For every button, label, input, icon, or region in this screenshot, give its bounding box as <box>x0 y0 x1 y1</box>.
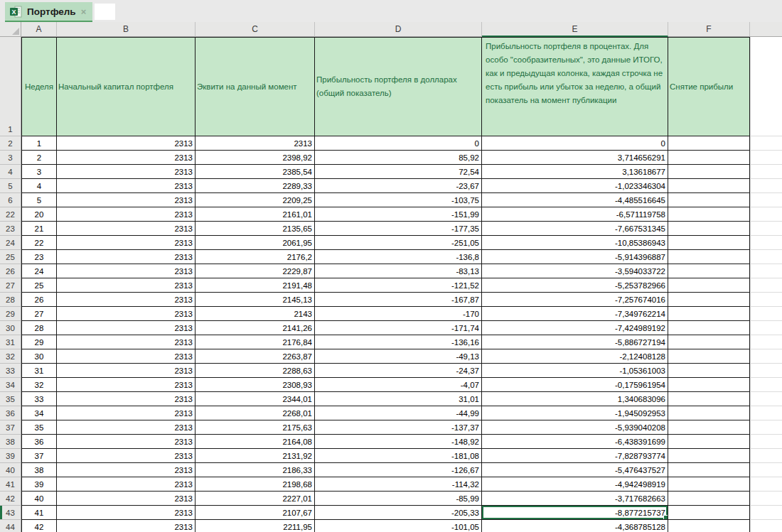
row-number[interactable]: 43 <box>0 506 21 520</box>
empty-cell-g[interactable] <box>750 449 782 463</box>
cell-b[interactable]: 2313 <box>57 250 196 264</box>
select-all-corner[interactable] <box>0 22 21 37</box>
cell-d[interactable]: -251,05 <box>315 236 482 250</box>
cell-a[interactable]: 3 <box>21 165 57 179</box>
cell-e[interactable]: -8,877215737 <box>482 506 668 520</box>
cell-e[interactable]: 0 <box>482 136 668 151</box>
cell-b[interactable]: 2313 <box>57 449 196 463</box>
row-number[interactable]: 22 <box>0 207 21 222</box>
cell-d[interactable]: -170 <box>315 307 482 321</box>
cell-f[interactable] <box>668 406 750 420</box>
row-number[interactable]: 34 <box>0 378 21 392</box>
cell-a[interactable]: 27 <box>21 307 57 321</box>
cell-e[interactable]: -4,485516645 <box>482 193 668 207</box>
cell-b[interactable]: 2313 <box>57 151 196 165</box>
cell-c[interactable]: 2186,33 <box>196 463 315 477</box>
cell-a[interactable]: 20 <box>21 207 57 222</box>
cell-d[interactable]: -137,37 <box>315 420 482 435</box>
cell-c[interactable]: 2161,01 <box>196 207 315 222</box>
empty-cell-g[interactable] <box>750 420 782 435</box>
cell-b[interactable]: 2313 <box>57 520 196 532</box>
cell-b[interactable]: 2313 <box>57 392 196 406</box>
empty-cell-g[interactable] <box>750 250 782 264</box>
cell-e[interactable]: -1,945092953 <box>482 406 668 420</box>
cell-e[interactable]: -7,667531345 <box>482 222 668 236</box>
cell-b[interactable]: 2313 <box>57 136 196 151</box>
empty-cell-g[interactable] <box>750 406 782 420</box>
cell-f[interactable] <box>668 222 750 236</box>
cell-a[interactable]: 33 <box>21 392 57 406</box>
cell-c[interactable]: 2289,33 <box>196 179 315 193</box>
cell-a[interactable]: 1 <box>21 136 57 151</box>
cell-e[interactable]: -0,175961954 <box>482 378 668 392</box>
row-number[interactable]: 23 <box>0 222 21 236</box>
empty-cell-g[interactable] <box>750 364 782 378</box>
empty-cell-g[interactable] <box>750 506 782 520</box>
row-number[interactable]: 36 <box>0 406 21 420</box>
cell-e[interactable]: -1,023346304 <box>482 179 668 193</box>
row-number[interactable]: 24 <box>0 236 21 250</box>
empty-cell-g[interactable] <box>750 477 782 492</box>
cell-a[interactable]: 35 <box>21 420 57 435</box>
cell-b[interactable]: 2313 <box>57 321 196 335</box>
cell-f[interactable] <box>668 293 750 307</box>
cell-f[interactable] <box>668 151 750 165</box>
header-cell-initial-capital[interactable]: Начальный капитал портфеля <box>57 37 196 136</box>
cell-a[interactable]: 2 <box>21 151 57 165</box>
cell-a[interactable]: 4 <box>21 179 57 193</box>
row-number[interactable]: 5 <box>0 179 21 193</box>
cell-c[interactable]: 2145,13 <box>196 293 315 307</box>
row-number[interactable]: 28 <box>0 293 21 307</box>
header-cell-equity[interactable]: Эквити на данный момент <box>196 37 315 136</box>
cell-d[interactable]: -171,74 <box>315 321 482 335</box>
cell-b[interactable]: 2313 <box>57 463 196 477</box>
cell-b[interactable]: 2313 <box>57 335 196 349</box>
cell-d[interactable]: -23,67 <box>315 179 482 193</box>
column-header-d[interactable]: D <box>315 22 482 37</box>
row-number[interactable]: 32 <box>0 349 21 364</box>
cell-a[interactable]: 25 <box>21 278 57 293</box>
cell-c[interactable]: 2227,01 <box>196 492 315 506</box>
cell-b[interactable]: 2313 <box>57 278 196 293</box>
cell-f[interactable] <box>668 321 750 335</box>
row-number[interactable]: 1 <box>0 37 21 136</box>
cell-f[interactable] <box>668 278 750 293</box>
column-header-b[interactable]: B <box>57 22 196 37</box>
blank-new-tab[interactable] <box>95 4 115 20</box>
cell-f[interactable] <box>668 435 750 449</box>
cell-d[interactable]: 0 <box>315 136 482 151</box>
cell-f[interactable] <box>668 179 750 193</box>
row-number[interactable]: 30 <box>0 321 21 335</box>
cell-d[interactable]: 72,54 <box>315 165 482 179</box>
cell-d[interactable]: -148,92 <box>315 435 482 449</box>
cell-b[interactable]: 2313 <box>57 236 196 250</box>
empty-cell-g[interactable] <box>750 321 782 335</box>
cell-a[interactable]: 22 <box>21 236 57 250</box>
row-number[interactable]: 44 <box>0 520 21 532</box>
row-number[interactable]: 33 <box>0 364 21 378</box>
cell-e[interactable]: -3,717682663 <box>482 492 668 506</box>
cell-c[interactable]: 2209,25 <box>196 193 315 207</box>
cell-f[interactable] <box>668 335 750 349</box>
row-number[interactable]: 40 <box>0 463 21 477</box>
cell-f[interactable] <box>668 236 750 250</box>
row-number[interactable]: 2 <box>0 136 21 151</box>
row-number[interactable]: 39 <box>0 449 21 463</box>
empty-cell-g[interactable] <box>750 37 782 136</box>
cell-a[interactable]: 23 <box>21 250 57 264</box>
cell-b[interactable]: 2313 <box>57 378 196 392</box>
tab-portfolio[interactable]: X Портфель × <box>5 2 92 22</box>
cell-f[interactable] <box>668 449 750 463</box>
cell-b[interactable]: 2313 <box>57 193 196 207</box>
cell-b[interactable]: 2313 <box>57 506 196 520</box>
cell-e[interactable]: 3,714656291 <box>482 151 668 165</box>
cell-e[interactable]: -6,571119758 <box>482 207 668 222</box>
empty-cell-g[interactable] <box>750 349 782 364</box>
cell-b[interactable]: 2313 <box>57 307 196 321</box>
header-cell-profit-dollars[interactable]: Прибыльность портфеля в долларах (общий … <box>315 37 482 136</box>
header-cell-withdrawal[interactable]: Снятие прибыли <box>668 37 750 136</box>
cell-d[interactable]: -114,32 <box>315 477 482 492</box>
cell-b[interactable]: 2313 <box>57 364 196 378</box>
cell-a[interactable]: 32 <box>21 378 57 392</box>
empty-cell-g[interactable] <box>750 179 782 193</box>
